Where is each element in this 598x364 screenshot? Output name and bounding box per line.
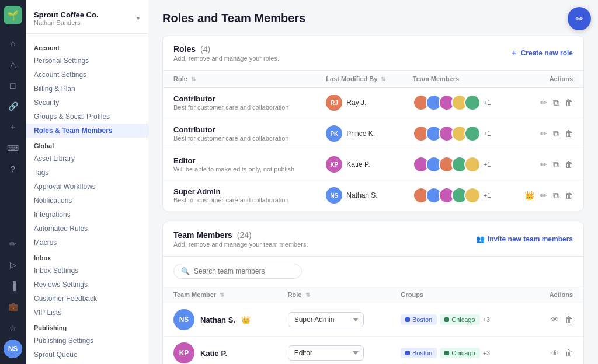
- team-card-title: Team Members (24): [173, 230, 308, 240]
- members-col-groups: Groups: [390, 286, 519, 303]
- section-title-global: Global: [26, 138, 148, 152]
- team-card-header: Team Members (24) Add, remove and manage…: [163, 222, 583, 257]
- sidebar-item-reviews-settings[interactable]: Reviews Settings: [26, 278, 148, 292]
- role-actions: ✏ ⧉ 🗑: [519, 129, 573, 139]
- sidebar-item-automated-rules[interactable]: Automated Rules: [26, 222, 148, 236]
- modified-by-cell: NS Nathan S.: [326, 187, 391, 204]
- modified-by-cell: RJ Ray J.: [326, 94, 391, 111]
- team-avatars: +1: [413, 94, 498, 111]
- search-input-wrap: 🔍: [173, 264, 302, 279]
- invite-team-members-button[interactable]: 👥 Invite new team members: [476, 235, 573, 243]
- members-col-actions: Actions: [519, 286, 583, 303]
- sidebar-item-billing[interactable]: Billing & Plan: [26, 82, 148, 96]
- sidebar-item-customer-feedback[interactable]: Customer Feedback: [26, 292, 148, 306]
- search-input[interactable]: [194, 267, 294, 275]
- group-count: +3: [483, 349, 491, 356]
- edit-role-button[interactable]: ✏: [540, 191, 547, 200]
- home-nav-icon[interactable]: ⌂: [4, 34, 22, 52]
- role-sort-icon[interactable]: ⇅: [191, 76, 196, 82]
- view-member-button[interactable]: 👁: [551, 315, 559, 324]
- edit-role-button[interactable]: ✏: [540, 98, 547, 107]
- members-col-member: Team Member ⇅: [163, 286, 277, 303]
- delete-role-button[interactable]: 🗑: [565, 191, 573, 200]
- sidebar-item-vip-lists[interactable]: VIP Lists: [26, 306, 148, 320]
- members-col-role: Role ⇅: [277, 286, 390, 303]
- user-avatar-icon[interactable]: NS: [4, 340, 22, 358]
- sidebar-item-custom-post-variables[interactable]: Custom Post Variables: [26, 362, 148, 364]
- sidebar-item-asset-library[interactable]: Asset Library: [26, 152, 148, 166]
- sidebar-item-publishing-settings[interactable]: Publishing Settings: [26, 334, 148, 348]
- sidebar-chevron-icon[interactable]: ▾: [137, 15, 140, 22]
- sidebar-item-inbox-settings[interactable]: Inbox Settings: [26, 264, 148, 278]
- role-desc: Best for customer care and collaboration: [173, 197, 305, 204]
- role-member-sort-icon[interactable]: ⇅: [305, 292, 310, 298]
- section-title-inbox: Inbox: [26, 250, 148, 264]
- create-new-role-button[interactable]: ＋ Create new role: [510, 48, 573, 58]
- modifier-name: Ray J.: [346, 99, 366, 107]
- team-count: +1: [484, 161, 491, 168]
- roles-col-modified: Last Modified By ⇅: [315, 71, 402, 88]
- sidebar-item-notifications[interactable]: Notifications: [26, 194, 148, 208]
- sidebar-item-sprout-queue[interactable]: Sprout Queue: [26, 348, 148, 362]
- keyboard-nav-icon[interactable]: ⌨: [4, 139, 22, 158]
- role-select[interactable]: Super AdminEditorContributorPublisherRep…: [288, 345, 364, 360]
- roles-table-row: ContributorBest for customer care and co…: [163, 88, 583, 118]
- group-tag: Boston: [401, 314, 437, 325]
- member-sort-icon[interactable]: ⇅: [220, 292, 224, 298]
- copy-role-button[interactable]: ⧉: [553, 191, 559, 201]
- team-card-subtitle: Add, remove and manage your team members…: [173, 241, 308, 248]
- sidebar-item-integrations[interactable]: Integrations: [26, 208, 148, 222]
- member-actions: 👁 🗑: [529, 315, 573, 324]
- send-nav-icon[interactable]: ▷: [4, 256, 22, 274]
- group-name: Boston: [412, 316, 432, 323]
- question-nav-icon[interactable]: ?: [4, 160, 22, 178]
- star-nav-icon[interactable]: ☆: [4, 318, 22, 337]
- modified-sort-icon[interactable]: ⇅: [381, 76, 385, 82]
- compose-fab[interactable]: ✏: [568, 7, 591, 30]
- add-nav-icon[interactable]: ＋: [4, 118, 22, 136]
- team-avatars: +1: [413, 156, 498, 173]
- modified-by-cell: PK Prince K.: [326, 125, 391, 142]
- delete-member-button[interactable]: 🗑: [565, 348, 573, 358]
- sidebar-item-tags[interactable]: Tags: [26, 166, 148, 180]
- copy-role-button[interactable]: ⧉: [553, 98, 559, 108]
- member-crown-icon: 👑: [241, 316, 251, 324]
- modifier-avatar: RJ: [326, 94, 342, 111]
- link-nav-icon[interactable]: 🔗: [4, 97, 22, 116]
- team-count: +1: [484, 99, 491, 106]
- crown-icon: 👑: [524, 191, 534, 200]
- group-tags: Boston Chicago +3: [401, 348, 508, 358]
- copy-role-button[interactable]: ⧉: [553, 129, 559, 139]
- section-title-publishing: Publishing: [26, 320, 148, 334]
- roles-table: Role ⇅ Last Modified By ⇅ Team Members A…: [163, 71, 583, 211]
- delete-role-button[interactable]: 🗑: [565, 98, 573, 107]
- role-name: Editor: [173, 156, 305, 165]
- sidebar-item-roles[interactable]: Roles & Team Members: [26, 124, 148, 138]
- copy-role-button[interactable]: ⧉: [553, 160, 559, 170]
- delete-role-button[interactable]: 🗑: [565, 129, 573, 138]
- group-count: +3: [483, 316, 491, 323]
- member-avatar: KP: [173, 342, 194, 363]
- sidebar-item-approval-workflows[interactable]: Approval Workflows: [26, 180, 148, 194]
- sidebar-item-account-settings[interactable]: Account Settings: [26, 68, 148, 82]
- edit-role-button[interactable]: ✏: [540, 129, 547, 138]
- team-avatar: [464, 187, 481, 204]
- team-count: +1: [484, 192, 491, 199]
- compose-nav-icon[interactable]: ✏: [4, 235, 22, 253]
- member-table-row: NS Nathan S. 👑 Super AdminEditorContribu…: [163, 303, 583, 337]
- alert-nav-icon[interactable]: △: [4, 55, 22, 74]
- analytics-nav-icon[interactable]: ▐: [4, 276, 22, 295]
- modifier-name: Katie P.: [346, 160, 370, 169]
- sidebar-item-security[interactable]: Security: [26, 96, 148, 110]
- chat-nav-icon[interactable]: ◻: [4, 76, 22, 94]
- sidebar-item-personal-settings[interactable]: Personal Settings: [26, 54, 148, 68]
- role-select[interactable]: Super AdminEditorContributorPublisherRep…: [288, 312, 364, 327]
- sidebar-item-macros[interactable]: Macros: [26, 236, 148, 250]
- delete-member-button[interactable]: 🗑: [565, 315, 573, 324]
- sidebar-item-groups[interactable]: Groups & Social Profiles: [26, 110, 148, 124]
- edit-role-button[interactable]: ✏: [540, 160, 547, 169]
- view-member-button[interactable]: 👁: [551, 348, 559, 358]
- delete-role-button[interactable]: 🗑: [565, 160, 573, 169]
- briefcase-nav-icon[interactable]: 💼: [4, 298, 22, 316]
- modifier-name: Prince K.: [346, 130, 375, 138]
